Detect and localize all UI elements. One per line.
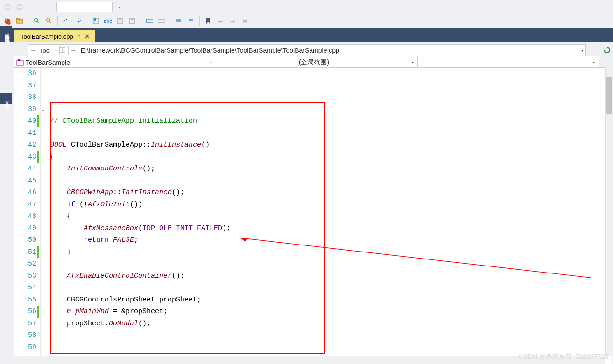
code-line[interactable]: AfxEnableControlContainer(); [50,270,612,282]
code-line[interactable] [50,282,612,294]
toolbox-panel[interactable]: 工具箱 [0,93,12,104]
find-next-icon[interactable] [44,16,54,26]
nav-scope-dd-icon[interactable]: ▾ [53,49,59,53]
line-number: 43 [14,151,36,163]
replace-icon[interactable] [61,16,71,26]
scrollbar-thumb[interactable] [606,77,612,114]
refresh-icon[interactable] [602,44,612,56]
nav-arrow-1[interactable]: → [28,45,38,56]
project-icon [16,59,24,66]
line-number: 46 [14,187,36,199]
strawberry-icon[interactable]: 🍓 [2,16,13,26]
nav-back-icon[interactable] [2,2,13,12]
code-area[interactable]: // CToolBarSampleApp initializationBOOL … [49,68,612,364]
line-number: 59 [14,342,36,354]
nav-arrow-2[interactable]: → [69,45,78,56]
code-editor[interactable]: 3637383940414243444546474849505152535455… [14,67,612,364]
pin-icon[interactable]: ⊓ [77,34,81,39]
line-number: 42 [14,139,36,151]
code-line[interactable]: AfxMessageBox(IDP_OLE_INIT_FAILED); [50,223,612,235]
separator [141,16,141,26]
nav-split-icon[interactable] [60,47,68,54]
tab-bar: ToolBarSample.cpp ⊓ ✕ [0,28,613,42]
svg-rect-29 [18,59,20,61]
line-number: 48 [14,210,36,223]
code-line[interactable]: CBCGPWinApp::InitInstance(); [50,187,612,199]
svg-rect-27 [63,47,65,53]
chevron-down-icon[interactable]: ▾ [591,60,597,64]
line-number: 40 [14,115,36,127]
line-number: 41 [14,127,36,140]
bookmark-prev-icon[interactable]: ⬅ [215,16,225,26]
line-number: 50 [14,234,36,246]
range-scope-dropdown[interactable]: (全局范围) ▾ [216,56,418,68]
nav-arrow-icon[interactable] [73,16,84,26]
member-scope-dropdown[interactable]: ▾ [418,56,599,68]
code-line[interactable] [50,329,612,342]
outdent-icon[interactable] [156,16,167,26]
code-line[interactable]: { [50,210,612,223]
code-line[interactable]: } [50,246,612,259]
bookmark-toggle-icon[interactable] [203,16,213,26]
range-scope-label: (全局范围) [218,58,410,67]
nav-fwd-icon[interactable] [14,2,25,12]
dropdown-arrow-icon[interactable]: ▾ [114,2,125,12]
svg-rect-28 [17,60,23,65]
rename-icon[interactable]: abc [103,16,113,26]
file-tab-active[interactable]: ToolBarSample.cpp ⊓ ✕ [14,30,95,42]
comment-icon[interactable] [174,16,184,26]
document2-icon[interactable] [127,16,137,26]
code-line[interactable] [50,127,612,140]
bookmark-clear-icon[interactable]: ✖ [240,16,250,26]
svg-line-7 [49,21,51,23]
chevron-down-icon[interactable]: ▾ [410,60,416,64]
code-line[interactable]: InitCommonControls(); [50,163,612,175]
fold-toggle-icon[interactable]: ⊟ [42,106,44,112]
vertical-scrollbar[interactable] [605,67,613,356]
nav-scope-label[interactable]: Tool [38,47,53,54]
bookmark-icon[interactable] [91,16,101,26]
folder-icon[interactable] [14,16,25,26]
watermark: CSDN @春蕾夏荷_728297725 [519,353,608,361]
line-number: 38 [14,91,36,104]
separator [28,16,28,26]
find-icon[interactable] [32,16,42,26]
line-number: 55 [14,294,36,306]
svg-point-4 [34,18,38,22]
code-line[interactable] [50,258,612,270]
line-number: 37 [14,80,36,92]
indent-icon[interactable] [144,16,155,26]
horizontal-scrollbar[interactable] [14,356,605,364]
separator [57,16,58,26]
code-line[interactable] [50,104,612,116]
server-explorer-panel[interactable]: 服务器资源管理器 [0,26,12,41]
line-number: 56 [14,306,36,318]
code-line[interactable]: propSheet.DoModal(); [50,318,612,330]
line-number: 39 [14,104,36,116]
file-path[interactable]: E:\framework\BCGControlBarSample\ToolBar… [78,47,579,54]
separator [199,16,200,26]
toolbar-dropdown[interactable] [56,2,113,12]
code-line[interactable] [50,342,612,354]
bookmark-next-icon[interactable]: ➡ [227,16,238,26]
chevron-down-icon[interactable]: ▾ [208,60,214,64]
separator [170,16,170,26]
toolbar-row-1: ▾ [0,0,613,14]
uncomment-icon[interactable] [186,16,196,26]
separator [87,16,87,26]
close-icon[interactable]: ✕ [85,33,90,40]
document-icon[interactable] [115,16,125,26]
code-line[interactable]: // CToolBarSampleApp initialization [50,115,612,127]
path-dd-icon[interactable]: ▾ [579,49,585,53]
code-line[interactable]: m_pMainWnd = &propSheet; [50,306,612,318]
project-scope-dropdown[interactable]: ToolBarSample ▾ [14,56,216,68]
top-toolbars: ▾ 🍓 abc ⬅ ➡ ✖ [0,0,613,28]
code-line[interactable] [50,175,612,187]
line-number: 51 [14,246,36,259]
code-line[interactable]: { [50,151,612,163]
code-line[interactable]: return FALSE; [50,234,612,246]
code-line[interactable]: CBCGControlsPropSheet propSheet; [50,294,612,306]
code-line[interactable]: BOOL CToolBarSampleApp::InitInstance() [50,139,612,151]
svg-rect-13 [130,18,134,24]
code-line[interactable]: if (!AfxOleInit()) [50,199,612,211]
